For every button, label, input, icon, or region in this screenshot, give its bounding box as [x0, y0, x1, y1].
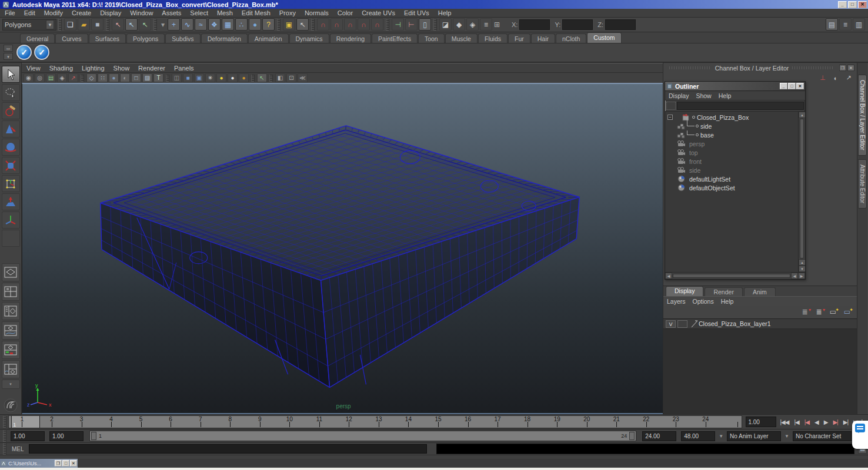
close-button[interactable]: ✕: [858, 1, 867, 8]
menu-modify[interactable]: Modify: [44, 9, 63, 16]
show-channel-box-icon[interactable]: ▤: [826, 18, 838, 31]
scale-tool-button[interactable]: [2, 157, 20, 174]
layer-menu-options[interactable]: Options: [693, 298, 714, 305]
outliner-item-top-camera[interactable]: top: [665, 148, 798, 157]
outliner-titlebar[interactable]: Outliner _ □ ✕: [665, 82, 805, 91]
last-tool-slot[interactable]: [2, 230, 20, 247]
step-back-frame-button[interactable]: |◀: [794, 419, 799, 425]
menu-window[interactable]: Window: [130, 9, 153, 16]
shelf-collapse-button[interactable]: ▾: [4, 53, 13, 60]
four-pane-layout-button[interactable]: [2, 283, 20, 301]
flat-shade-icon[interactable]: ●: [109, 73, 119, 82]
outliner-menu-show[interactable]: Show: [696, 92, 711, 99]
shelf-tab-polygons[interactable]: Polygons: [126, 33, 165, 43]
contrast-icon[interactable]: ◐: [831, 74, 840, 82]
snap-to-curves-icon[interactable]: ∩: [330, 18, 343, 31]
scroll-up-icon-2[interactable]: ▲: [799, 259, 805, 266]
chevron-down-icon[interactable]: ▼: [784, 434, 789, 439]
snap-to-view-icon[interactable]: ∩: [371, 18, 383, 31]
float-panel-button[interactable]: ❐: [839, 65, 846, 71]
play-forwards-button[interactable]: ▶: [824, 419, 828, 425]
drag-handle[interactable]: [3, 416, 6, 428]
rotate-tool-button[interactable]: [2, 139, 20, 156]
select-curves-icon[interactable]: ∿: [181, 18, 193, 31]
sculpt-hand-slot[interactable]: [3, 398, 18, 414]
shelf-tab-toon[interactable]: Toon: [418, 33, 445, 43]
command-language-label[interactable]: MEL: [12, 446, 24, 452]
2d-pan-zoom-icon[interactable]: ◈: [57, 73, 67, 82]
output-from-selected-icon[interactable]: ⊢: [405, 18, 418, 31]
select-tool-button[interactable]: [2, 66, 20, 83]
new-scene-icon[interactable]: ❏: [64, 18, 76, 31]
layer-row[interactable]: V Closed_Pizza_Box_layer1: [663, 319, 857, 329]
shelf-tab-rendering[interactable]: Rendering: [330, 33, 371, 43]
menu-color[interactable]: Color: [338, 9, 353, 16]
shelf-tab-animation[interactable]: Animation: [248, 33, 289, 43]
quick-layout-icon[interactable]: ⊞: [493, 18, 500, 31]
layer-editor-tab-anim[interactable]: Anim: [744, 287, 776, 296]
shelf-tab-painteffects[interactable]: PaintEffects: [372, 33, 418, 43]
layer-visibility-toggle[interactable]: V: [666, 320, 676, 328]
light-flat-icon[interactable]: ●: [239, 73, 249, 82]
universal-manipulator-button[interactable]: [2, 175, 20, 192]
anim-layer-selector[interactable]: [727, 431, 781, 441]
outliner-item-defaultobjectset[interactable]: defaultObjectSet: [665, 183, 798, 192]
textured-cube-icon[interactable]: ▣: [194, 73, 204, 82]
image-plane-icon[interactable]: ▤: [46, 73, 56, 82]
outliner-item-persp-camera[interactable]: persp: [665, 139, 798, 148]
textured-icon[interactable]: T: [153, 73, 163, 82]
minimize-button[interactable]: _: [838, 1, 847, 8]
close-button[interactable]: ✕: [70, 460, 77, 466]
step-forward-frame-button[interactable]: ▶|: [843, 419, 848, 425]
manipulator-icon[interactable]: ↗: [844, 74, 853, 82]
titlebar[interactable]: Autodesk Maya 2011 x64: D:\! 2019\Closed…: [0, 0, 868, 9]
scrollbar-thumb[interactable]: [800, 119, 804, 258]
shelf-tab-hair[interactable]: Hair: [531, 33, 555, 43]
use-default-material-icon[interactable]: ◫: [172, 73, 182, 82]
perspective-viewport[interactable]: y x z persp: [22, 83, 663, 414]
shelf-tab-surfaces[interactable]: Surfaces: [89, 33, 126, 43]
time-slider[interactable]: 1123456789101112131415161718192021222324: [8, 415, 742, 428]
menu-mesh[interactable]: Mesh: [217, 9, 233, 16]
multi-pane-layout-button[interactable]: [2, 360, 20, 378]
menu-proxy[interactable]: Proxy: [279, 9, 296, 16]
shelf-tab-deformation[interactable]: Deformation: [201, 33, 248, 43]
film-gate-icon[interactable]: ✳: [205, 73, 215, 82]
y-coordinate-field[interactable]: [562, 19, 593, 30]
drag-handle[interactable]: [3, 443, 6, 455]
persp-hypergraph-layout-button[interactable]: [2, 341, 20, 359]
construction-history-icon[interactable]: ▯: [419, 18, 431, 31]
menu-normals[interactable]: Normals: [305, 9, 329, 16]
outliner-horizontal-scrollbar[interactable]: ◀ ◀ ▶: [665, 272, 805, 279]
input-to-selected-icon[interactable]: ⊣: [392, 18, 404, 31]
outliner-item-base[interactable]: base: [665, 130, 798, 139]
persp-outliner-layout-button[interactable]: [2, 302, 20, 320]
select-hierarchy-icon[interactable]: ↖: [112, 18, 124, 31]
shelf-tab-muscle[interactable]: Muscle: [445, 33, 478, 43]
select-lines-icon[interactable]: ≈: [195, 18, 207, 31]
menu-edit[interactable]: Edit: [24, 9, 35, 16]
single-pane-layout-button[interactable]: [2, 263, 20, 281]
filter-icon[interactable]: [666, 102, 676, 110]
shelf-tab-dynamics[interactable]: Dynamics: [289, 33, 329, 43]
minimized-explorer-window[interactable]: C:\Users\Us... ❐ □ ✕: [0, 459, 78, 468]
bounding-box-icon[interactable]: □: [131, 73, 141, 82]
open-render-view-icon[interactable]: ◪: [439, 18, 452, 31]
select-deformers-icon[interactable]: ∴: [235, 18, 248, 31]
outliner-item-front-camera[interactable]: front: [665, 157, 798, 166]
ipr-render-icon[interactable]: ◈: [466, 18, 479, 31]
scroll-down-icon[interactable]: ▼: [799, 266, 805, 272]
shelf-tab-subdivs[interactable]: Subdivs: [165, 33, 200, 43]
menu-edit-mesh[interactable]: Edit Mesh: [242, 9, 271, 16]
paint-select-tool-button[interactable]: [2, 102, 20, 119]
shelf-tab-general[interactable]: General: [20, 33, 55, 43]
wireframe-icon[interactable]: ◇: [86, 73, 96, 82]
menu-display[interactable]: Display: [100, 9, 121, 16]
current-time-field[interactable]: [746, 417, 776, 427]
sort-layers-icon[interactable]: ≣▾: [814, 308, 824, 317]
shelf-tab-fur[interactable]: Fur: [508, 33, 530, 43]
current-frame-marker[interactable]: 1: [11, 416, 40, 428]
create-empty-layer-icon[interactable]: ▭✦: [828, 308, 838, 317]
points-icon[interactable]: ∷: [98, 73, 108, 82]
outliner-menu-help[interactable]: Help: [719, 92, 732, 99]
